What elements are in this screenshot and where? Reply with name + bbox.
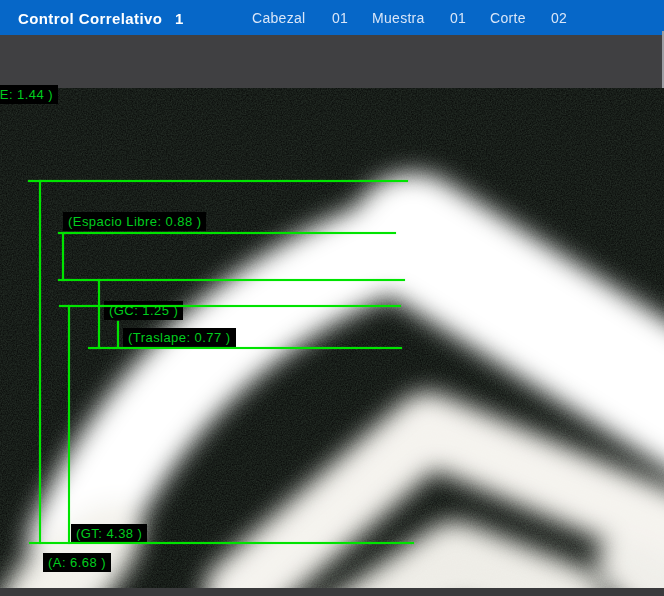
label-e: (E: 1.44 ) xyxy=(0,85,58,104)
measure-line-espacio-top xyxy=(58,232,396,234)
field-value-muestra: 01 xyxy=(450,10,466,26)
field-label-corte: Corte xyxy=(490,10,526,26)
field-label-muestra: Muestra xyxy=(372,10,425,26)
inspection-image[interactable]: (E: 1.44 ) (Espacio Libre: 0.88 ) (GC: 1… xyxy=(0,88,664,588)
label-gt: (GT: 4.38 ) xyxy=(71,524,147,543)
measure-line-traslape-horizontal xyxy=(88,347,402,349)
measure-line-gc-horizontal xyxy=(59,305,401,307)
correlativo-number: 1 xyxy=(175,9,183,26)
header-bar: Control Correlativo 1 Cabezal 01 Muestra… xyxy=(0,0,664,35)
measure-line-gc-vertical xyxy=(98,279,100,349)
app-title: Control Correlativo xyxy=(18,9,162,26)
measure-line-a-vertical xyxy=(39,180,41,544)
toolbar-strip xyxy=(0,35,664,88)
measure-line-espacio-vertical xyxy=(62,232,64,281)
field-label-cabezal: Cabezal xyxy=(252,10,305,26)
label-gc: (GC: 1.25 ) xyxy=(104,301,183,320)
measure-line-gt-vertical xyxy=(68,305,70,544)
bottom-strip xyxy=(0,588,664,596)
field-value-corte: 02 xyxy=(551,10,567,26)
field-value-cabezal: 01 xyxy=(332,10,348,26)
label-traslape: (Traslape: 0.77 ) xyxy=(123,328,236,347)
measure-line-e-horizontal xyxy=(28,180,408,182)
measure-line-base-horizontal xyxy=(29,542,414,544)
label-a: (A: 6.68 ) xyxy=(43,553,111,572)
measure-line-traslape-vertical xyxy=(117,321,119,349)
measure-line-espacio-bottom xyxy=(58,279,405,281)
label-espacio-libre: (Espacio Libre: 0.88 ) xyxy=(63,212,206,231)
